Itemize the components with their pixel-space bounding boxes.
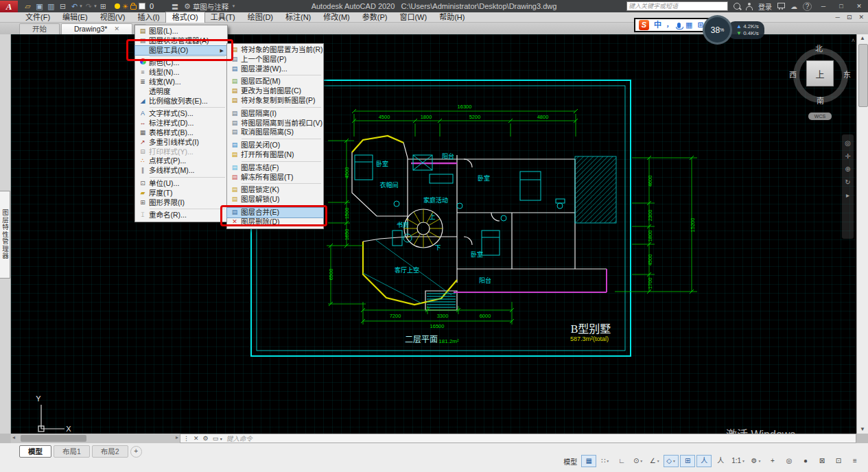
grid-icon[interactable]: ▦ <box>581 455 596 467</box>
wcs-button[interactable]: WCS <box>808 113 832 120</box>
signin-avatar-icon[interactable] <box>746 6 753 10</box>
vertical-scroll-thumb[interactable] <box>858 44 868 107</box>
layer-tools-item-上一个图层[interactable]: ▤上一个图层(P) <box>227 55 323 64</box>
canvas-scroll-up-icon[interactable]: ˄ <box>852 37 855 44</box>
command-line[interactable]: ⋮ ✕ ⚙ ▭ ▾ 键入命令 <box>180 434 856 443</box>
search-input[interactable]: 键入关键字或短语 <box>626 1 728 11</box>
layer-color-swatch[interactable] <box>139 3 145 10</box>
layer-properties-icon[interactable]: 〓 <box>172 1 178 12</box>
command-input[interactable]: 键入命令 <box>226 434 253 443</box>
format-menu-item-多线样式[interactable]: ∥多线样式(M)... <box>135 166 227 176</box>
annotation-scale-button[interactable]: 1:1▼ <box>729 455 747 467</box>
menu-视图[interactable]: 视图(V) <box>94 12 132 23</box>
layer-on-icon[interactable] <box>115 3 120 9</box>
signin-label[interactable]: 登录 <box>758 1 772 12</box>
menu-标注[interactable]: 标注(N) <box>279 12 317 23</box>
layer-tools-item-将对象的图层置为当前[interactable]: ▤将对象的图层置为当前(R) <box>227 45 323 55</box>
model-space-label[interactable]: 模型 <box>563 456 577 467</box>
horizontal-scrollbar[interactable]: ◂ ▸ <box>11 434 180 443</box>
saveas-icon[interactable]: ▥ <box>45 2 57 11</box>
clean-screen-icon[interactable]: ⊡ <box>831 455 846 467</box>
menu-修改[interactable]: 修改(M) <box>317 12 356 23</box>
layer-tools-item-图层解锁[interactable]: ▤图层解锁(U) <box>227 195 323 204</box>
format-menu-item-单位[interactable]: ⊡单位(U)... <box>135 179 227 189</box>
ortho-icon[interactable]: ∟ <box>614 455 629 467</box>
layer-control[interactable]: ☀ 0 <box>115 2 172 10</box>
viewcube-top-face[interactable]: 上 <box>806 60 834 86</box>
layer-tools-item-图层删除[interactable]: ✕图层删除(D) <box>227 217 323 227</box>
new-layout-button[interactable]: + <box>130 446 142 458</box>
polar-icon[interactable]: ⊙▼ <box>631 455 646 467</box>
isolate-objects-icon[interactable]: ◎ <box>782 455 797 467</box>
format-menu-item-线宽[interactable]: ≣线宽(W)... <box>135 78 227 87</box>
layer-tools-item-将对象复制到新图层[interactable]: ▤将对象复制到新图层(P) <box>227 96 323 106</box>
autoscale-icon[interactable]: 人 <box>713 455 728 467</box>
ime-punct-icon[interactable]: ， <box>666 20 672 30</box>
doc-minimize-button[interactable]: ─ <box>836 14 840 21</box>
format-menu-item-文字样式[interactable]: A文字样式(S)... <box>135 109 227 119</box>
format-menu-item-颜色[interactable]: 颜色(C)... <box>135 58 227 68</box>
format-menu-item-厚度[interactable]: ▰厚度(T) <box>135 189 227 198</box>
menu-格式[interactable]: 格式(O) <box>166 12 204 23</box>
format-menu-item-标注样式[interactable]: ↔标注样式(D)... <box>135 119 227 128</box>
save-icon[interactable]: ▣ <box>34 2 45 11</box>
layout2-tab[interactable]: 布局2 <box>92 445 128 458</box>
open-icon[interactable]: ▱ <box>22 2 34 11</box>
format-menu-item-图层[interactable]: ▤图层(L)... <box>135 27 227 36</box>
minimize-button[interactable]: ─ <box>817 3 830 10</box>
doc-restore-button[interactable]: ⊡ <box>847 14 852 21</box>
layer-tools-item-图层匹配[interactable]: ▤图层匹配(M) <box>227 77 323 86</box>
layer-tools-item-解冻所有图层[interactable]: ▤解冻所有图层(T) <box>227 173 323 182</box>
command-close-icon[interactable]: ✕ <box>193 435 199 442</box>
workspace-switch-icon[interactable]: ⚙▼ <box>749 455 764 467</box>
dyninput-icon[interactable]: ⊞ <box>680 455 695 467</box>
search-icon[interactable] <box>734 3 740 10</box>
layer-tools-item-图层隔离[interactable]: ▤图层隔离(I) <box>227 109 323 119</box>
layer-tools-item-图层锁定[interactable]: ▤图层锁定(K) <box>227 185 323 195</box>
scroll-up-icon[interactable]: ▲ <box>857 34 868 43</box>
viewcube-north[interactable]: 北 <box>815 43 823 54</box>
vertical-scrollbar[interactable]: ▲ ▼ <box>856 34 868 434</box>
net-speed-float[interactable]: 38% ▲ 4.2K/s ▼ 0.4K/s <box>703 15 764 45</box>
layer-tools-item-图层漫游[interactable]: ▤图层漫游(W)... <box>227 64 323 74</box>
layout1-tab[interactable]: 布局1 <box>54 445 90 458</box>
annotation-monitor-icon[interactable]: + <box>765 455 780 467</box>
format-menu-item-表格样式[interactable]: ▦表格样式(B)... <box>135 128 227 138</box>
layer-tools-item-打开所有图层[interactable]: ▤打开所有图层(N) <box>227 150 323 160</box>
osnap-icon[interactable]: ◇▼ <box>664 455 679 467</box>
format-menu-item-多重引线样式[interactable]: ↗多重引线样式(I) <box>135 138 227 148</box>
format-menu-item-比例缩放列表[interactable]: ◢比例缩放列表(E)... <box>135 97 227 106</box>
hardware-accel-icon[interactable]: ⊠ <box>814 455 830 467</box>
menu-帮助[interactable]: 帮助(H) <box>433 12 471 23</box>
maximize-button[interactable]: □ <box>835 3 847 10</box>
viewcube-south[interactable]: 南 <box>817 95 824 106</box>
format-menu-item-图层工具[interactable]: 图层工具(O)▶ <box>135 46 227 56</box>
orbit-icon[interactable]: ↻ <box>845 179 850 186</box>
model-tab[interactable]: 模型 <box>19 445 51 458</box>
layer-tools-item-更改为当前图层[interactable]: ▤更改为当前图层(C) <box>227 86 323 96</box>
menu-绘图[interactable]: 绘图(D) <box>242 12 279 23</box>
customize-icon[interactable]: ≡ <box>847 455 863 467</box>
otrack-icon[interactable]: ∠▼ <box>647 455 662 467</box>
scroll-down-icon[interactable]: ▼ <box>857 425 868 434</box>
workspace-caret-icon[interactable]: ▼ <box>231 4 235 8</box>
plot-icon[interactable]: ⊟ <box>57 2 69 11</box>
layer-thaw-icon[interactable]: ☀ <box>122 3 128 10</box>
annotation-visibility-icon[interactable]: 人 <box>696 455 712 467</box>
layer-tools-item-图层合并[interactable]: ▤图层合并(E) <box>227 208 323 217</box>
command-grip-icon[interactable]: ⋮ <box>183 435 189 442</box>
format-menu-item-图层状态管理器[interactable]: ▤图层状态管理器(A) <box>135 36 227 46</box>
autocad-logo-icon[interactable]: A <box>0 1 18 12</box>
ime-mode-label[interactable]: 中 <box>654 20 661 30</box>
cloud-icon[interactable]: ☁ <box>790 3 797 10</box>
sogou-logo-icon[interactable]: S <box>639 20 649 30</box>
navwheel-icon[interactable]: ◎ <box>845 140 851 147</box>
viewcube-west[interactable]: 西 <box>789 69 797 80</box>
tab-start[interactable]: 开始 <box>19 23 60 34</box>
menu-编辑[interactable]: 编辑(E) <box>56 12 94 23</box>
format-menu-item-打印样式[interactable]: ⊟打印样式(Y)... <box>135 148 227 157</box>
tab-close-icon[interactable]: ✕ <box>114 24 119 34</box>
menu-参数[interactable]: 参数(P) <box>356 12 394 23</box>
current-layer-value[interactable]: 0 <box>150 2 154 10</box>
menu-工具[interactable]: 工具(T) <box>204 12 242 23</box>
